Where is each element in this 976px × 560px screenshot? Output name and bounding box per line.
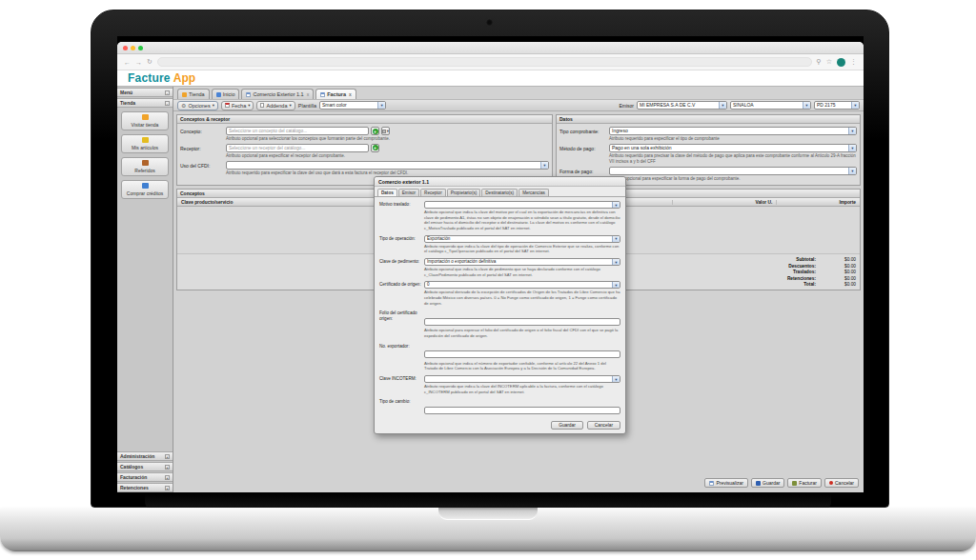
tab-tienda[interactable]: Tienda xyxy=(177,89,210,99)
cancel-icon xyxy=(829,481,833,485)
tipo-comprobante-select[interactable]: Ingreso ▾ xyxy=(609,127,857,135)
sidebar-item-comprar-creditos[interactable]: Comprar créditos xyxy=(121,180,169,199)
column-header[interactable]: Valor U. xyxy=(673,200,777,205)
preview-icon xyxy=(709,481,714,486)
addenda-button[interactable]: Addenda ▾ xyxy=(256,101,295,110)
bookmark-page-icon[interactable]: ⚲ xyxy=(817,58,822,66)
logo-facture: Facture xyxy=(128,71,171,85)
reload-icon[interactable]: ↻ xyxy=(147,58,152,66)
concepto-options-button[interactable]: ▾ xyxy=(381,127,390,135)
no-exportador-input[interactable] xyxy=(424,350,620,358)
motivo-traslado-select[interactable]: ▾ xyxy=(424,201,620,209)
plantilla-select[interactable]: Smart color ▾ xyxy=(319,101,386,110)
tab-destinatarios[interactable]: Destinatario(s) xyxy=(481,189,518,196)
footer-actions: Previsualizar Guardar Facturar xyxy=(176,477,861,490)
sidebar-section-catalogos[interactable]: Catálogos + xyxy=(117,462,173,471)
sidebar-section-retenciones[interactable]: Retenciones + xyxy=(117,483,173,492)
tab-bar: Tienda Inicio Comercio Exterior 1.1 x xyxy=(173,87,864,99)
chevron-down-icon: ▾ xyxy=(848,145,856,151)
field-tipo-operacion: Tipo de operación: Exportación ▾ Atribut… xyxy=(379,235,620,256)
expand-icon[interactable]: + xyxy=(165,465,170,470)
expand-icon[interactable]: + xyxy=(165,454,170,459)
tab-inicio[interactable]: Inicio xyxy=(212,89,240,99)
previsualizar-button[interactable]: Previsualizar xyxy=(704,478,748,488)
tab-comercio-exterior[interactable]: Comercio Exterior 1.1 x xyxy=(241,89,314,99)
guardar-button[interactable]: Guardar xyxy=(751,478,784,488)
logo-app: App xyxy=(173,71,195,85)
dialog-save-button[interactable]: Guardar xyxy=(551,421,583,430)
forma-pago-select[interactable]: ▾ xyxy=(609,167,857,175)
home-tab-icon xyxy=(216,92,221,97)
sidebar-section-menu[interactable]: Menú - xyxy=(117,88,173,97)
panel-title: Datos xyxy=(557,115,860,124)
uso-cfdi-helper: Atributo requerido para especificar la c… xyxy=(226,170,549,176)
sidebar-buttons: Visitar tienda Mis artículos Referidos xyxy=(117,108,173,203)
plus-icon: + xyxy=(373,145,378,150)
collapse-icon[interactable]: - xyxy=(165,90,170,95)
sidebar-section-facturacion[interactable]: Facturación + xyxy=(117,472,173,482)
concepto-combobox[interactable] xyxy=(226,127,369,135)
field-helper: Atributo opcional para expresar el folio… xyxy=(424,328,620,338)
tab-mercancias[interactable]: Mercancías xyxy=(518,189,549,196)
close-tab-icon[interactable]: x xyxy=(349,91,352,97)
forward-icon[interactable]: → xyxy=(135,59,142,66)
chevron-down-icon: ▾ xyxy=(377,102,385,109)
action-toolbar: ⚙ Opciones ▾ Fecha ▾ Adden xyxy=(173,99,864,111)
field-clave-incoterm: Clave INCOTERM: ▾ Atributo requerido que… xyxy=(379,375,620,396)
cancelar-button[interactable]: Cancelar xyxy=(824,478,859,488)
dialog-cancel-button[interactable]: Cancelar xyxy=(587,421,620,430)
minimize-window-button[interactable] xyxy=(131,46,135,50)
uso-cfdi-select[interactable]: ▾ xyxy=(226,161,549,170)
sidebar-section-administracion[interactable]: Administración + xyxy=(117,451,173,461)
calendar-icon xyxy=(225,103,230,108)
close-tab-icon[interactable]: x xyxy=(307,91,310,97)
sidebar-section-tienda[interactable]: Tienda - xyxy=(117,98,173,108)
gear-icon: ⚙ xyxy=(181,103,186,109)
tab-emisor[interactable]: Emisor xyxy=(398,189,419,196)
fecha-button[interactable]: Fecha ▾ xyxy=(221,101,254,110)
store-icon xyxy=(142,114,149,120)
back-icon[interactable]: ← xyxy=(124,59,131,66)
tab-datos[interactable]: Datos xyxy=(377,189,397,196)
expand-icon[interactable]: + xyxy=(165,486,170,490)
field-no-exportador: No. exportador: Atributo opcional que in… xyxy=(379,343,620,373)
chevron-down-icon: ▾ xyxy=(612,282,620,288)
add-receptor-button[interactable]: + xyxy=(371,144,379,152)
expand-icon[interactable]: + xyxy=(165,475,170,480)
facturar-button[interactable]: Facturar xyxy=(787,478,822,488)
star-icon[interactable]: ☆ xyxy=(826,58,832,66)
field-helper: Atributo requerido que indica la clave d… xyxy=(424,244,620,254)
certificado-origen-select[interactable]: 0 ▾ xyxy=(424,281,620,289)
chevron-down-icon: ▾ xyxy=(612,376,620,382)
sidebar-item-referidos[interactable]: Referidos xyxy=(121,157,169,176)
tipo-cambio-input[interactable] xyxy=(424,407,620,414)
zoom-window-button[interactable] xyxy=(138,46,143,50)
tab-receptor[interactable]: Receptor xyxy=(420,189,446,196)
tab-propietarios[interactable]: Propietario(s) xyxy=(447,189,481,196)
add-concepto-button[interactable]: + xyxy=(371,127,379,135)
collapse-icon[interactable]: - xyxy=(165,101,170,106)
tab-factura[interactable]: Factura x xyxy=(315,89,356,99)
sidebar-item-visitar-tienda[interactable]: Visitar tienda xyxy=(121,111,169,130)
app-header: Facture App xyxy=(117,70,864,87)
opciones-button[interactable]: ⚙ Opciones ▾ xyxy=(177,101,218,110)
close-window-button[interactable] xyxy=(123,46,128,50)
sidebar-item-label: Mis artículos xyxy=(132,145,158,150)
clave-incoterm-select[interactable]: ▾ xyxy=(424,375,620,383)
emisor-series-select[interactable]: PD 2175 ▾ xyxy=(814,101,860,110)
emisor-state-select[interactable]: SINALOA ▾ xyxy=(730,101,811,110)
section-label: Tienda xyxy=(120,100,135,106)
emisor-company-select[interactable]: MI EMPRESA S.A DE C.V ▾ xyxy=(637,101,727,110)
column-header[interactable]: Clave producto/servicio xyxy=(177,200,390,205)
metodo-pago-select[interactable]: Pago en una sola exhibición ▾ xyxy=(609,144,857,152)
receptor-combobox[interactable] xyxy=(226,144,369,152)
clave-pedimento-select[interactable]: Importación o exportación definitiva ▾ xyxy=(424,258,620,266)
folio-certificado-input[interactable] xyxy=(424,318,620,326)
column-header[interactable]: Importe xyxy=(777,200,860,205)
metodo-pago-label: Método de pago: xyxy=(559,144,609,151)
tipo-operacion-select[interactable]: Exportación ▾ xyxy=(424,235,620,243)
sidebar-item-mis-articulos[interactable]: Mis artículos xyxy=(121,134,169,153)
kebab-menu-icon[interactable]: ⋮ xyxy=(850,58,857,66)
address-bar[interactable] xyxy=(157,57,812,67)
avatar[interactable] xyxy=(837,58,845,67)
